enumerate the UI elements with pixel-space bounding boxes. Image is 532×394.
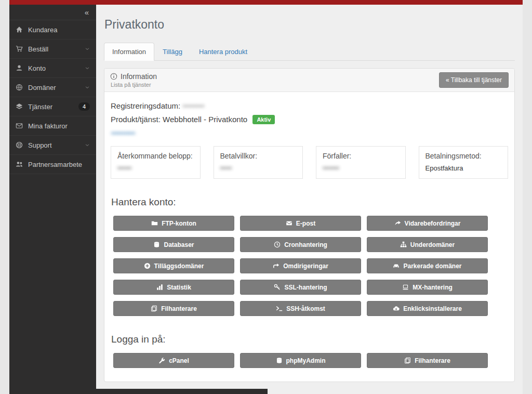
sidebar-collapse-row: « xyxy=(9,5,96,20)
enklicksinstallerare-button[interactable]: Enklicksinstallerare xyxy=(367,301,488,316)
info-box-value: ••••••• xyxy=(323,164,399,172)
button-label: Filhanterare xyxy=(161,305,197,312)
phpmyadmin-button[interactable]: phpMyAdmin xyxy=(240,353,361,368)
sidebar-item-label: Tjänster xyxy=(28,103,52,111)
sidebar-item-partnersamarbete[interactable]: Partnersamarbete xyxy=(9,155,96,174)
product-line: Produkt/tjänst: Webbhotell - Privatkonto… xyxy=(111,115,508,124)
sidebar-item-label: Domäner xyxy=(28,84,56,91)
button-label: Parkerade domäner xyxy=(403,262,461,270)
button-label: Underdomäner xyxy=(410,241,455,248)
chart-icon xyxy=(156,284,163,291)
product-value: Webbhotell - Privatkonto xyxy=(163,115,247,124)
sidebar-item-kundarea[interactable]: Kundarea xyxy=(9,20,96,40)
info-box-value: •••••• xyxy=(117,164,194,172)
car-icon xyxy=(393,262,400,269)
button-label: cPanel xyxy=(169,357,189,364)
underdom-ner-button[interactable]: Underdomäner xyxy=(367,237,488,252)
mx-hantering-button[interactable]: MX-hantering xyxy=(367,280,488,295)
filhanterare-button[interactable]: Filhanterare xyxy=(113,301,234,316)
tab-information[interactable]: Information xyxy=(104,43,154,61)
button-label: Databaser xyxy=(164,241,194,248)
info-box-betalningsmetod: Betalningsmetod:Epostfaktura xyxy=(419,146,509,179)
clock-icon xyxy=(274,241,281,248)
domain-link[interactable]: ••••••••••• xyxy=(111,130,135,137)
databaser-button[interactable]: Databaser xyxy=(113,237,234,252)
info-box-value: ••••• xyxy=(220,164,297,172)
sidebar-item-label: Partnersamarbete xyxy=(28,161,82,168)
key-icon xyxy=(274,284,281,291)
sidebar: « KundareaBeställKontoDomänerTjänster4Mi… xyxy=(9,5,96,394)
button-label: Statistik xyxy=(167,284,191,291)
cpanel-button[interactable]: cPanel xyxy=(113,353,234,368)
sidebar-item-dom-ner[interactable]: Domäner xyxy=(9,78,96,97)
parkerade-dom-ner-button[interactable]: Parkerade domäner xyxy=(367,258,488,273)
ssh-tkomst-button[interactable]: SSH-åtkomst xyxy=(240,301,361,316)
sidebar-item-label: Support xyxy=(28,141,52,149)
terminal-icon xyxy=(276,305,283,312)
panel-body: Registreringsdatum: •••••••• Produkt/tjä… xyxy=(104,92,514,382)
copy-icon xyxy=(151,305,157,312)
user-icon xyxy=(16,64,23,72)
sidebar-item-label: Mina fakturor xyxy=(28,122,68,130)
button-label: FTP-konton xyxy=(162,220,196,227)
registration-date-line: Registreringsdatum: •••••••• xyxy=(111,101,508,110)
share-icon xyxy=(394,220,401,227)
chevron-down-icon xyxy=(85,142,90,148)
sidebar-item-label: Kundarea xyxy=(28,26,57,34)
wrench-icon xyxy=(158,357,165,364)
info-box-value: Epostfaktura xyxy=(425,164,502,172)
service-panel: Information Lista på tjänster « Tillbaka… xyxy=(104,68,515,382)
button-label: Enklicksinstallerare xyxy=(403,305,462,312)
info-box-label: Återkommande belopp: xyxy=(117,152,194,160)
info-box-label: Förfaller: xyxy=(323,152,399,160)
button-label: Vidarebefordringar xyxy=(405,220,461,227)
statistik-button[interactable]: Statistik xyxy=(113,280,234,295)
ftp-konton-button[interactable]: FTP-konton xyxy=(113,216,234,231)
e-post-button[interactable]: E-post xyxy=(240,216,361,231)
cronhantering-button[interactable]: Cronhantering xyxy=(240,237,361,252)
status-badge: Aktiv xyxy=(252,115,275,124)
plus-icon xyxy=(144,262,151,269)
vidarebefordringar-button[interactable]: Vidarebefordringar xyxy=(367,216,488,231)
panel-title: Information xyxy=(121,72,157,81)
database-icon xyxy=(153,241,160,248)
registration-date-label: Registreringsdatum: xyxy=(111,101,180,110)
till-ggsdom-ner-button[interactable]: Tilläggsdomäner xyxy=(113,258,234,273)
sidebar-collapse-button[interactable]: « xyxy=(85,8,89,16)
sidebar-item-best-ll[interactable]: Beställ xyxy=(9,40,96,59)
count-badge: 4 xyxy=(78,102,90,111)
sidebar-item-konto[interactable]: Konto xyxy=(9,59,96,78)
sidebar-item-mina-fakturor[interactable]: Mina fakturor xyxy=(9,116,96,136)
tab-till-gg[interactable]: Tillägg xyxy=(154,43,191,61)
layers-icon xyxy=(16,103,23,110)
tab-bar: InformationTilläggHantera produkt xyxy=(104,43,515,61)
cloud-icon xyxy=(393,305,400,312)
back-to-services-button[interactable]: « Tillbaka till tjänster xyxy=(439,72,509,88)
top-accent-bar xyxy=(9,0,523,5)
billing-info-boxes: Återkommande belopp:••••••Betalvillkor:•… xyxy=(111,146,508,179)
chevron-down-icon xyxy=(85,85,90,90)
sidebar-item-label: Konto xyxy=(28,64,46,72)
globe-icon xyxy=(16,84,23,91)
login-heading: Logga in på: xyxy=(111,334,508,345)
button-label: E-post xyxy=(296,220,315,227)
info-box-f-rfaller: Förfaller:••••••• xyxy=(316,146,406,179)
sidebar-item-support[interactable]: Support xyxy=(9,136,96,155)
main-content: Privatkonto InformationTilläggHantera pr… xyxy=(96,18,523,382)
info-box-label: Betalvillkor: xyxy=(220,152,297,160)
info-box-terkommande-belopp: Återkommande belopp:•••••• xyxy=(111,146,201,179)
ssl-hantering-button[interactable]: SSL-hantering xyxy=(240,280,361,295)
sidebar-item-label: Beställ xyxy=(28,45,48,53)
button-label: SSL-hantering xyxy=(284,284,327,291)
sitemap-icon xyxy=(400,241,407,248)
tab-hantera-produkt[interactable]: Hantera produkt xyxy=(191,43,256,61)
button-label: Omdirigeringar xyxy=(283,262,328,270)
filhanterare-button[interactable]: Filhanterare xyxy=(367,353,488,368)
omdirigeringar-button[interactable]: Omdirigeringar xyxy=(240,258,361,273)
button-label: phpMyAdmin xyxy=(286,357,326,364)
cart-icon xyxy=(16,45,23,52)
sidebar-item-tj-nster[interactable]: Tjänster4 xyxy=(9,97,96,116)
envelope-icon xyxy=(16,122,23,129)
sidebar-menu: KundareaBeställKontoDomänerTjänster4Mina… xyxy=(9,20,96,174)
redirect-icon xyxy=(273,262,280,269)
